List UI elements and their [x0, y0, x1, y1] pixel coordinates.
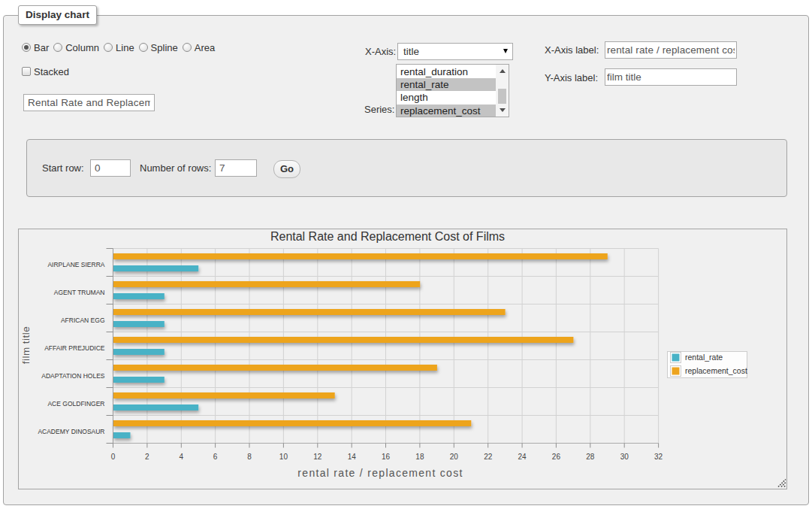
- svg-text:10: 10: [279, 453, 288, 461]
- svg-text:ACADEMY DINOSAUR: ACADEMY DINOSAUR: [38, 428, 104, 435]
- svg-text:24: 24: [518, 453, 527, 461]
- svg-text:rental_rate: rental_rate: [685, 353, 723, 362]
- svg-text:AFFAIR PREJUDICE: AFFAIR PREJUDICE: [44, 344, 105, 352]
- svg-text:2: 2: [145, 453, 149, 461]
- svg-text:30: 30: [620, 453, 629, 461]
- svg-text:16: 16: [382, 453, 391, 461]
- svg-text:rental rate / replacement cost: rental rate / replacement cost: [297, 467, 463, 479]
- svg-text:14: 14: [348, 453, 357, 461]
- svg-text:4: 4: [180, 453, 184, 461]
- svg-text:12: 12: [313, 453, 322, 461]
- svg-text:AGENT TRUMAN: AGENT TRUMAN: [54, 289, 105, 296]
- svg-text:32: 32: [654, 453, 663, 461]
- svg-text:replacement_cost: replacement_cost: [685, 366, 747, 375]
- svg-text:18: 18: [415, 453, 424, 461]
- svg-text:AFRICAN EGG: AFRICAN EGG: [61, 317, 105, 324]
- svg-text:Rental Rate and Replacement Co: Rental Rate and Replacement Cost of Film…: [270, 230, 505, 243]
- svg-text:ACE GOLDFINGER: ACE GOLDFINGER: [47, 400, 104, 407]
- svg-text:ADAPTATION HOLES: ADAPTATION HOLES: [41, 372, 105, 380]
- svg-text:film title: film title: [20, 326, 32, 364]
- svg-text:AIRPLANE SIERRA: AIRPLANE SIERRA: [47, 261, 104, 268]
- svg-text:28: 28: [586, 453, 595, 461]
- svg-text:6: 6: [213, 453, 218, 461]
- svg-text:20: 20: [450, 453, 459, 461]
- svg-text:0: 0: [111, 453, 116, 461]
- svg-text:26: 26: [552, 453, 561, 461]
- svg-text:8: 8: [247, 453, 252, 461]
- svg-text:22: 22: [484, 453, 493, 461]
